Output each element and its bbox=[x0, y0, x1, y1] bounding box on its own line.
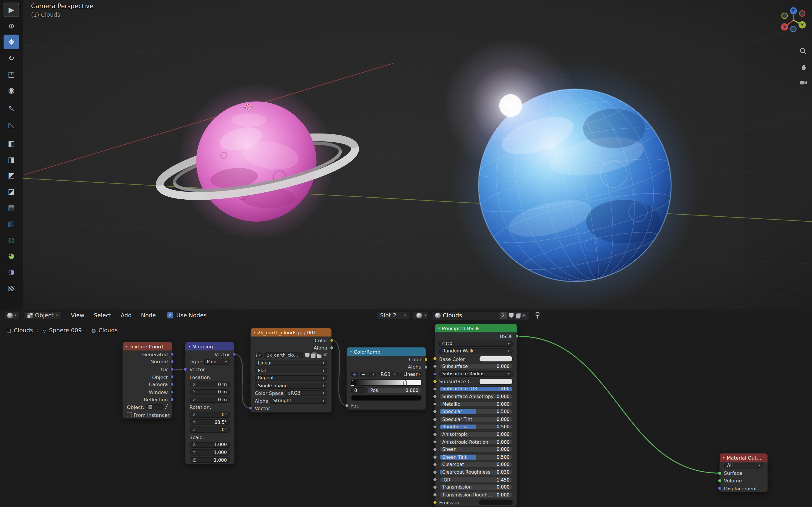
number-field-z[interactable]: Z0° bbox=[190, 427, 230, 433]
slider-transmission[interactable]: Transmission0.000 bbox=[439, 484, 513, 490]
dropdown-single-image[interactable]: Single Image▾ bbox=[255, 383, 327, 388]
tool-measure[interactable]: ◺ bbox=[3, 117, 19, 132]
zoom-icon[interactable] bbox=[799, 47, 807, 55]
fake-user-shield-icon[interactable] bbox=[305, 353, 310, 358]
dropdown-repeat[interactable]: Repeat▾ bbox=[255, 375, 327, 381]
anisotropic-socket-in[interactable] bbox=[433, 432, 437, 436]
color-swatch[interactable] bbox=[479, 499, 513, 505]
number-field-y[interactable]: Y1.000 bbox=[190, 450, 230, 455]
color-mode-dropdown[interactable]: RGB▾ bbox=[377, 372, 399, 377]
breadcrumb-material[interactable]: Clouds bbox=[98, 327, 118, 334]
slider-anisotropic-rotation[interactable]: Anisotropic Rotation0.000 bbox=[439, 439, 513, 445]
window-socket-out[interactable] bbox=[170, 390, 174, 394]
slider-metallic[interactable]: Metallic0.000 bbox=[439, 401, 513, 407]
menu-select[interactable]: Select bbox=[94, 312, 111, 319]
fac-socket-in[interactable] bbox=[345, 404, 349, 407]
displacement-socket-in[interactable] bbox=[718, 486, 721, 490]
colorramp-gradient[interactable] bbox=[351, 379, 422, 386]
uv-socket-out[interactable] bbox=[170, 368, 174, 371]
slider-sheen-tint[interactable]: Sheen Tint0.500 bbox=[439, 454, 513, 460]
slider-transmission-roughness[interactable]: Transmission Roughness0.000 bbox=[439, 492, 513, 498]
node-header[interactable]: ▾2k_earth_clouds.jpg.001 bbox=[251, 328, 331, 336]
image-name-field[interactable]: 2k_earth_clouds.j... bbox=[264, 352, 303, 358]
node-colorramp[interactable]: ▾ColorRampColorAlpha+−▾RGB▾Linear▾0Pos0.… bbox=[346, 347, 426, 410]
new-material-icon[interactable] bbox=[516, 314, 520, 318]
stop-index-field[interactable]: 0 bbox=[351, 387, 366, 393]
node-header[interactable]: ▾Material Output bbox=[720, 453, 767, 462]
node-header[interactable]: ▾ColorRamp bbox=[347, 347, 426, 356]
collapse-caret-icon[interactable]: ▾ bbox=[350, 349, 352, 354]
camera-socket-out[interactable] bbox=[170, 383, 174, 386]
bsdf-socket-out[interactable] bbox=[515, 334, 519, 338]
node-header[interactable]: ▾Texture Coordinate bbox=[123, 342, 172, 350]
tool-poly-build[interactable]: ◍ bbox=[3, 232, 19, 247]
add-stop-button[interactable]: + bbox=[351, 372, 359, 377]
object-field[interactable] bbox=[146, 404, 163, 410]
tool-move[interactable]: ✥ bbox=[3, 35, 19, 49]
dropdown-subsurface-radius[interactable]: Subsurface Radius▾ bbox=[439, 371, 513, 377]
pan-hand-icon[interactable] bbox=[799, 62, 807, 71]
sheen-tint-socket-in[interactable] bbox=[433, 455, 437, 459]
dropdown-flat[interactable]: Flat▾ bbox=[255, 368, 327, 373]
alpha-socket-out[interactable] bbox=[424, 365, 428, 369]
slider-sheen[interactable]: Sheen0.000 bbox=[439, 446, 513, 452]
node-texcoord[interactable]: ▾Texture CoordinateGeneratedNormalUVObje… bbox=[122, 342, 172, 419]
use-nodes-checkbox[interactable]: ✓ Use Nodes bbox=[167, 312, 207, 319]
slider-specular[interactable]: Specular0.500 bbox=[439, 409, 513, 414]
tool-extrude[interactable]: ◨ bbox=[3, 152, 19, 167]
object-socket-out[interactable] bbox=[170, 375, 174, 379]
dropdown-point[interactable]: Point▾ bbox=[204, 359, 230, 365]
normal-socket-out[interactable] bbox=[170, 360, 174, 363]
number-field-z[interactable]: Z0 m bbox=[190, 397, 230, 402]
dropdown-straight[interactable]: Straight▾ bbox=[270, 398, 327, 404]
viewport-3d[interactable]: Camera Perspective (1) Clouds ▶⊕✥↻◳◉✎◺◧◨… bbox=[0, 0, 812, 310]
subsurface-radius-socket-in[interactable] bbox=[433, 372, 437, 376]
ramp-stop-0[interactable] bbox=[351, 380, 354, 386]
reflection-socket-out[interactable] bbox=[170, 398, 174, 401]
axis-y-negative-button[interactable] bbox=[782, 13, 788, 18]
generated-socket-out[interactable] bbox=[170, 352, 174, 356]
axis-x-negative-button[interactable] bbox=[799, 10, 805, 16]
collapse-caret-icon[interactable]: ▾ bbox=[723, 455, 725, 460]
subsurface-anisotropy-socket-in[interactable] bbox=[433, 395, 437, 398]
material-name-field[interactable]: Clouds 2 ✕ bbox=[432, 311, 529, 320]
viewport-scene[interactable] bbox=[0, 0, 812, 310]
roughness-socket-in[interactable] bbox=[433, 425, 437, 429]
number-field-y[interactable]: Y0 m bbox=[190, 389, 230, 395]
menu-add[interactable]: Add bbox=[121, 312, 132, 319]
pin-icon[interactable] bbox=[534, 312, 541, 320]
node-link-imagetex-to-colorramp[interactable] bbox=[331, 340, 347, 405]
color-swatch[interactable] bbox=[479, 356, 513, 362]
transmission-roughness-socket-in[interactable] bbox=[433, 493, 437, 497]
fake-user-shield-icon[interactable] bbox=[509, 313, 513, 318]
node-mapping[interactable]: ▾MappingVectorType:Point▾VectorLocation:… bbox=[185, 342, 234, 464]
specular-socket-in[interactable] bbox=[433, 410, 437, 414]
color-socket-out[interactable] bbox=[330, 338, 333, 342]
node-imagetex[interactable]: ▾2k_earth_clouds.jpg.001ColorAlpha▾2k_ea… bbox=[250, 328, 332, 412]
base-color-socket-in[interactable] bbox=[433, 357, 437, 361]
tool-add-cube[interactable]: ◧ bbox=[3, 136, 19, 151]
slider-clearcoat[interactable]: Clearcoat0.000 bbox=[439, 462, 513, 467]
alpha-socket-out[interactable] bbox=[330, 346, 333, 350]
dropdown-linear[interactable]: Linear▾ bbox=[255, 360, 327, 366]
slot-dropdown[interactable]: Slot 2 ▾ bbox=[377, 311, 410, 320]
dropdown-random-walk[interactable]: Random Walk▾ bbox=[439, 348, 513, 354]
sheen-socket-in[interactable] bbox=[433, 448, 437, 451]
vector-socket-in[interactable] bbox=[249, 406, 253, 410]
axis-z-negative-button[interactable] bbox=[791, 26, 796, 32]
tool-edge-slide[interactable]: ▧ bbox=[3, 281, 19, 295]
specular-tint-socket-in[interactable] bbox=[433, 417, 437, 421]
dropdown-srgb[interactable]: sRGB▾ bbox=[285, 390, 327, 396]
volume-socket-in[interactable] bbox=[718, 478, 721, 483]
number-field-x[interactable]: X1.000 bbox=[190, 442, 230, 448]
number-field-z[interactable]: Z1.000 bbox=[190, 457, 230, 463]
tool-spin[interactable]: ◕ bbox=[3, 248, 19, 263]
tool-scale[interactable]: ◳ bbox=[3, 67, 19, 81]
node-principled[interactable]: ▾Principled BSDFBSDFGGX▾Random Walk▾Base… bbox=[435, 324, 518, 506]
collapse-caret-icon[interactable]: ▾ bbox=[126, 344, 128, 348]
tool-transform[interactable]: ◉ bbox=[3, 83, 19, 98]
image-browse-dropdown[interactable]: ▾ bbox=[255, 352, 262, 358]
tool-cursor[interactable]: ⊕ bbox=[3, 19, 19, 34]
dropdown-ggx[interactable]: GGX▾ bbox=[439, 341, 513, 347]
eyedropper-icon[interactable]: ╱ bbox=[165, 404, 168, 410]
